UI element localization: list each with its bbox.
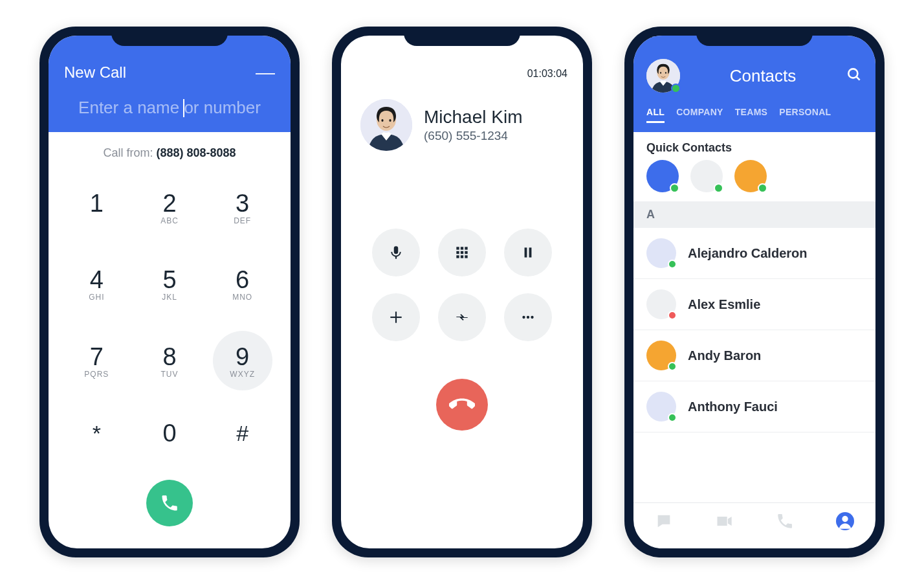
dialpad-key-#[interactable]: # — [213, 408, 272, 467]
dial-input[interactable]: Enter a name or number — [64, 98, 275, 118]
presence-indicator — [758, 183, 767, 193]
dialpad-letters: JKL — [162, 293, 177, 302]
contact-avatar — [646, 392, 676, 421]
svg-rect-10 — [456, 255, 459, 258]
more-button[interactable] — [504, 293, 552, 341]
dialpad-key-5[interactable]: 5JKL — [140, 254, 199, 314]
tab-all[interactable]: ALL — [646, 107, 665, 123]
person-icon — [836, 512, 854, 530]
chat-tab[interactable] — [655, 512, 673, 533]
contact-avatar — [646, 289, 676, 319]
dialpad-digit: 4 — [90, 266, 104, 294]
tab-teams[interactable]: TEAMS — [735, 107, 768, 123]
svg-point-20 — [848, 69, 857, 78]
contact-row[interactable]: Alex Esmlie — [633, 279, 875, 330]
contact-row[interactable]: Anthony Fauci — [633, 381, 875, 432]
svg-rect-9 — [465, 251, 467, 254]
quick-contacts-row — [633, 160, 875, 201]
active-call-contact: Michael Kim (650) 555-1234 — [341, 85, 583, 164]
transfer-icon — [454, 309, 470, 326]
dialpad-digit: 0 — [162, 420, 176, 447]
dialpad-digit: 2 — [162, 190, 176, 218]
svg-point-18 — [527, 316, 529, 319]
contacts-tab[interactable] — [836, 512, 854, 533]
phone-new-call: New Call — Enter a name or number Call f… — [39, 27, 300, 557]
contact-row[interactable]: Alejandro Calderon — [633, 228, 875, 279]
dialpad-key-8[interactable]: 8TUV — [140, 331, 199, 390]
dialpad-key-0[interactable]: 0 — [140, 408, 199, 467]
minimize-button[interactable]: — — [256, 62, 275, 84]
contact-avatar — [646, 341, 676, 370]
contacts-tabs: ALLCOMPANYTEAMSPERSONAL — [633, 95, 875, 132]
page-title: Contacts — [730, 66, 797, 86]
dialpad-key-2[interactable]: 2ABC — [140, 177, 199, 237]
dialpad-letters: ABC — [160, 216, 179, 225]
presence-indicator — [668, 362, 677, 371]
dialpad-key-1[interactable]: 1 — [67, 177, 126, 237]
svg-rect-6 — [465, 247, 467, 249]
svg-rect-12 — [465, 255, 467, 258]
tab-personal[interactable]: PERSONAL — [779, 107, 831, 123]
svg-rect-13 — [525, 247, 527, 257]
svg-point-17 — [522, 316, 525, 319]
phone-icon — [776, 512, 794, 530]
contact-phone: (650) 555-1234 — [424, 129, 522, 143]
dialpad-key-9[interactable]: 9WXYZ — [213, 331, 272, 390]
new-call-header: New Call — Enter a name or number — [49, 36, 291, 132]
dialpad-digit: 9 — [236, 343, 249, 371]
contact-name: Alex Esmlie — [688, 297, 760, 312]
quick-contact[interactable] — [734, 160, 767, 192]
dialpad-key-6[interactable]: 6MNO — [213, 254, 272, 314]
notch — [696, 27, 813, 46]
tab-company[interactable]: COMPANY — [676, 107, 723, 123]
contact-row[interactable]: Andy Baron — [633, 330, 875, 381]
profile-avatar[interactable] — [646, 59, 680, 93]
transfer-button[interactable] — [438, 293, 486, 341]
quick-contact[interactable] — [646, 160, 679, 192]
dialpad-digit: 1 — [90, 190, 104, 218]
pause-icon — [520, 244, 536, 261]
place-call-button[interactable] — [146, 480, 193, 526]
call-from-label: Call from: — [103, 146, 153, 159]
contact-avatar — [646, 238, 676, 268]
call-from-number: (888) 808-8088 — [156, 146, 236, 159]
dialpad-key-7[interactable]: 7PQRS — [67, 331, 126, 390]
svg-point-19 — [531, 316, 533, 319]
svg-rect-14 — [529, 247, 532, 257]
svg-rect-16 — [390, 317, 401, 318]
dialpad-letters: GHI — [89, 293, 104, 302]
more-icon — [520, 309, 536, 326]
phone-tab[interactable] — [776, 512, 794, 533]
plus-icon — [388, 309, 404, 326]
dialpad-digit: 8 — [162, 343, 176, 371]
notch — [111, 27, 228, 46]
dialpad-key-4[interactable]: 4GHI — [67, 254, 126, 314]
search-button[interactable] — [846, 66, 863, 85]
svg-rect-8 — [461, 251, 463, 254]
keypad-icon — [454, 244, 470, 261]
video-tab[interactable] — [715, 512, 733, 533]
dialpad-digit: * — [93, 421, 101, 446]
svg-rect-4 — [456, 247, 459, 249]
dialpad-letters: PQRS — [84, 370, 109, 379]
keypad-button[interactable] — [438, 229, 486, 276]
presence-indicator — [714, 183, 723, 193]
dialpad-digit: 5 — [162, 266, 176, 294]
dialpad-key-3[interactable]: 3DEF — [213, 177, 272, 237]
dialpad-letters: WXYZ — [230, 370, 255, 379]
add-call-button[interactable] — [372, 293, 420, 341]
contact-name: Anthony Fauci — [688, 399, 778, 414]
svg-line-21 — [856, 76, 859, 80]
call-from-row[interactable]: Call from: (888) 808-8088 — [49, 132, 291, 166]
dialpad-digit: 7 — [90, 343, 104, 371]
hold-button[interactable] — [504, 229, 552, 276]
contacts-list: Alejandro CalderonAlex EsmlieAndy BaronA… — [633, 228, 875, 432]
avatar — [360, 99, 412, 151]
mute-button[interactable] — [372, 229, 420, 276]
bottom-nav — [633, 502, 875, 548]
dialpad-key-*[interactable]: * — [67, 408, 126, 467]
dialpad-digit: # — [236, 421, 248, 446]
notch — [404, 27, 520, 46]
quick-contact[interactable] — [690, 160, 723, 192]
hangup-button[interactable] — [436, 379, 488, 431]
